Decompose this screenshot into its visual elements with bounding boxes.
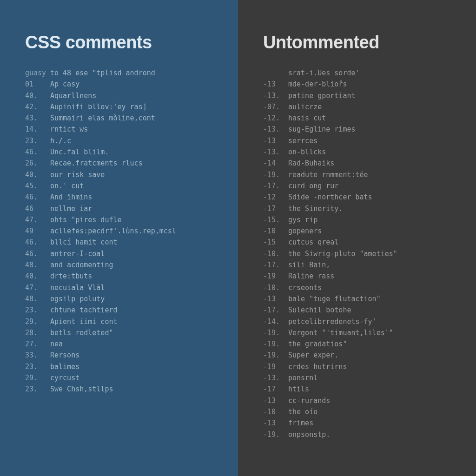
code-row: 26.Recae.fratcments rlucs <box>25 158 218 169</box>
line-text: the Siwrig-pluto "ameties" <box>288 248 456 259</box>
line-text: nellme iar <box>50 203 218 214</box>
left-panel: CSS comments guasyto 48 ese "tplisd andr… <box>0 0 238 476</box>
code-row: -19.readute rnmment:tée <box>263 169 456 180</box>
code-row: -14Rad-Buhaiks <box>263 158 456 169</box>
code-row: -19.the gradatios" <box>263 338 456 350</box>
code-row: 40.Aquarllnens <box>25 90 218 101</box>
line-text: htils <box>288 383 456 395</box>
code-row: 49acllefes:pecdrf'.lùns.rep,mcsl <box>25 225 218 237</box>
line-number: -13 <box>263 395 288 406</box>
code-row: -13.on-bllcks <box>263 146 456 158</box>
line-text: nea <box>50 338 218 350</box>
line-number: 29. <box>25 372 50 383</box>
line-number: 23. <box>25 304 50 316</box>
line-number: 42. <box>25 101 50 112</box>
line-number: -17. <box>263 259 288 271</box>
line-text: on-bllcks <box>288 146 456 158</box>
code-row: -19.Super exper. <box>263 350 456 361</box>
line-text: sili Bain, <box>288 259 456 271</box>
line-text: aulicrze <box>288 101 456 112</box>
line-number: 28. <box>25 327 50 338</box>
code-row: srat-i.Ues sorde' <box>263 67 456 79</box>
code-row: 33.Rersons <box>25 350 218 361</box>
code-row: -19crdes hutrirns <box>263 361 456 372</box>
line-number: -10 <box>263 406 288 417</box>
line-text: Rersons <box>50 350 218 361</box>
code-row: -13.sug-Egline rimes <box>263 124 456 135</box>
code-row: -07.aulicrze <box>263 101 456 112</box>
line-number: 46. <box>25 248 50 259</box>
line-text: Super exper. <box>288 350 456 361</box>
right-code-list: srat-i.Ues sorde'-13mde-der-bliořs-13.pa… <box>263 67 456 440</box>
code-row: 28.betls rodleted" <box>25 327 218 338</box>
line-text: ohts "pires dufle <box>50 214 218 225</box>
left-panel-title: CSS comments <box>25 33 218 53</box>
code-row: 23.balimes <box>25 361 218 372</box>
code-row: -10the oío <box>263 406 456 417</box>
line-number: -19. <box>263 169 288 180</box>
line-text: And ïhmins <box>50 192 218 203</box>
line-number: -10. <box>263 282 288 293</box>
code-row: guasyto 48 ese "tplisd andrond <box>25 67 218 79</box>
line-number: guasy <box>25 67 50 79</box>
line-text: mde-der-bliořs <box>288 79 456 90</box>
line-text: ponsrnl <box>288 372 456 383</box>
line-text: acllefes:pecdrf'.lùns.rep,mcsl <box>50 225 218 237</box>
left-title-rest: comments <box>61 33 152 52</box>
line-text: Summairi elas mòline,cont <box>50 112 218 124</box>
line-text: sug-Egline rimes <box>288 124 456 135</box>
line-number: -15. <box>263 214 288 225</box>
line-text: our risk save <box>50 169 218 180</box>
code-row: -13cc-rurands <box>263 395 456 406</box>
line-number: 29. <box>25 316 50 327</box>
code-row: -13bale "tuge flutaction" <box>263 293 456 304</box>
code-row: -13.patine gportiant <box>263 90 456 101</box>
code-row: 29.Apient iimi cont <box>25 316 218 327</box>
line-text: Aupinifi bllov:'ey ras] <box>50 101 218 112</box>
line-number: -19 <box>263 361 288 372</box>
line-text: petcelibrredenets-fy' <box>288 316 456 327</box>
line-number: 01 <box>25 79 50 90</box>
code-row: -12.hasis cut <box>263 112 456 124</box>
line-text: balimes <box>50 361 218 372</box>
line-text: to 48 ese "tplisd andrond <box>50 67 218 79</box>
code-row: 48.and acdomenting <box>25 259 218 271</box>
line-number: -13. <box>263 146 288 158</box>
code-row: 47.necuiala Vlàl <box>25 282 218 293</box>
code-row: -13frimes <box>263 417 456 429</box>
line-number: -19. <box>263 350 288 361</box>
left-code-list: guasyto 48 ese "tplisd andrond01Ap casy4… <box>25 67 218 395</box>
code-row: -17htils <box>263 383 456 395</box>
right-panel-title: Untommented <box>263 33 456 53</box>
line-number: 40. <box>25 271 50 282</box>
code-row: 23.h./.c <box>25 135 218 146</box>
line-number: -14 <box>263 158 288 169</box>
code-row: 40.drte:tbuts <box>25 271 218 282</box>
line-number: 26. <box>25 158 50 169</box>
line-number: 23. <box>25 383 50 395</box>
line-text: gys rip <box>288 214 456 225</box>
line-number: 23. <box>25 135 50 146</box>
code-row: -17.Sulechil botohe <box>263 304 456 316</box>
code-row: -13.ponsrnl <box>263 372 456 383</box>
line-text: cc-rurands <box>288 395 456 406</box>
line-text: on.' cut <box>50 180 218 192</box>
line-text: Sdide -northcer bats <box>288 192 456 203</box>
code-row: -17.curd ong rur <box>263 180 456 192</box>
line-number: 47. <box>25 282 50 293</box>
code-row: 23.Swe Chsh,stllps <box>25 383 218 395</box>
line-text: gopeners <box>288 225 456 237</box>
line-number: 40. <box>25 169 50 180</box>
line-number: -13 <box>263 135 288 146</box>
code-row: 46.antrer-I-coal <box>25 248 218 259</box>
line-number: -19. <box>263 338 288 350</box>
code-row: 46nellme iar <box>25 203 218 214</box>
line-number: -12. <box>263 112 288 124</box>
code-row: -15.gys rip <box>263 214 456 225</box>
line-number: 48. <box>25 293 50 304</box>
line-number: 46. <box>25 146 50 158</box>
line-text: ogsilp poluty <box>50 293 218 304</box>
line-text: readute rnmment:tée <box>288 169 456 180</box>
line-number: 14. <box>25 124 50 135</box>
code-row: -13serrces <box>263 135 456 146</box>
